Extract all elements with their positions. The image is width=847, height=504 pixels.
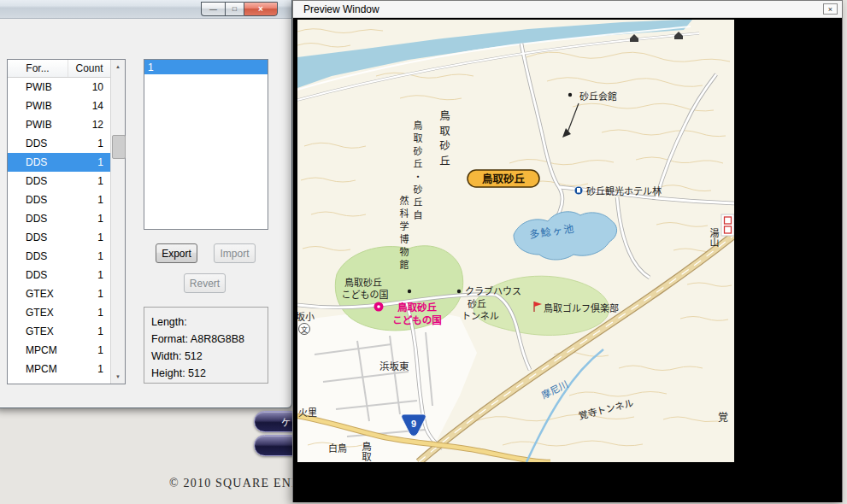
- preview-close-icon: ×: [828, 5, 832, 14]
- close-icon: ×: [258, 4, 263, 14]
- column-header-format[interactable]: For...: [8, 60, 68, 77]
- row-format: PWIB: [8, 81, 68, 93]
- table-row[interactable]: DDS1: [8, 134, 110, 153]
- map-label-tottori: 鳥取: [361, 441, 372, 462]
- scrollbar-thumb[interactable]: [112, 135, 126, 159]
- row-format: PWIB: [8, 119, 68, 131]
- map-image: 文 鳥取砂丘 9 鳥取砂丘 砂丘会: [297, 20, 734, 462]
- poi-dot-dune-hall: [568, 93, 572, 97]
- texture-tool-window: — □ × For... Count PWIB10 PWIB14 PWIB12 …: [0, 0, 292, 408]
- dune-badge: 鳥取砂丘: [468, 170, 539, 187]
- table-row[interactable]: PWIB12: [8, 115, 110, 134]
- preview-title: Preview Window: [303, 3, 379, 15]
- row-count: 10: [68, 81, 110, 93]
- table-row[interactable]: MPCM1: [8, 341, 110, 360]
- table-header: For... Count: [8, 60, 110, 78]
- map-label-kodomo-1: 鳥取砂丘: [344, 277, 382, 288]
- format-count-table: For... Count PWIB10 PWIB14 PWIB12 DDS1 D…: [7, 59, 126, 384]
- info-length: Length:: [151, 314, 268, 331]
- value-listbox[interactable]: 1: [144, 59, 268, 230]
- map-label-kodomo-pink-1: 鳥取砂丘: [397, 302, 437, 313]
- list-item-selected[interactable]: 1: [144, 60, 268, 74]
- row-format: DDS: [8, 175, 68, 187]
- scroll-down-icon[interactable]: ▼: [111, 370, 125, 384]
- row-count: 1: [68, 269, 110, 281]
- table-row[interactable]: MPCM1: [8, 360, 110, 378]
- table-row[interactable]: GTEX1: [8, 284, 110, 303]
- row-count: 1: [68, 363, 110, 375]
- map-label-kodomo-2: こどもの国: [342, 290, 389, 300]
- preview-title-bar[interactable]: Preview Window ×: [293, 1, 842, 18]
- table-row[interactable]: PWIB10: [8, 78, 110, 97]
- revert-button[interactable]: Revert: [184, 273, 226, 293]
- preview-close-button[interactable]: ×: [823, 3, 838, 15]
- hotel-icon: [574, 186, 583, 195]
- import-button[interactable]: Import: [214, 243, 256, 263]
- row-count: 1: [68, 175, 110, 187]
- row-count: 1: [68, 194, 110, 206]
- table-row[interactable]: DDS1: [8, 172, 110, 190]
- table-row[interactable]: DDS1: [8, 190, 110, 209]
- copyright-text: © 2010 SQUARE ENI: [169, 477, 297, 490]
- school-symbol: 文: [301, 325, 308, 334]
- kodomo-park-icon: [374, 302, 384, 312]
- row-count: 1: [68, 213, 110, 225]
- row-count: 1: [68, 250, 110, 262]
- poi-dot-museum: [408, 290, 411, 293]
- map-label-hamasaka-elementary: 坂小: [297, 312, 315, 322]
- table-row[interactable]: DDS1: [8, 209, 110, 228]
- table-row-selected[interactable]: DDS1: [8, 153, 110, 172]
- maximize-button[interactable]: □: [225, 2, 244, 16]
- row-count: 1: [68, 156, 110, 168]
- row-count: 12: [68, 119, 110, 131]
- map-label-hizato: 火里: [298, 407, 317, 418]
- map-label-kaku: 覚: [718, 412, 728, 424]
- row-format: DDS: [8, 194, 68, 206]
- minimize-button[interactable]: —: [201, 2, 225, 16]
- table-row[interactable]: PWIB14: [8, 97, 110, 115]
- table-row[interactable]: GTEX1: [8, 322, 110, 341]
- row-format: DDS: [8, 269, 68, 281]
- column-header-count[interactable]: Count: [68, 60, 110, 77]
- map-label-yuyama: 湯山: [709, 228, 720, 247]
- row-count: 1: [68, 288, 110, 300]
- row-format: DDS: [8, 138, 68, 149]
- map-label-dune-hall: 砂丘会館: [579, 91, 617, 102]
- map-label-hotel: 砂丘観光ホテル林: [586, 185, 662, 196]
- preview-window: Preview Window ×: [292, 0, 843, 502]
- row-count: 1: [68, 231, 110, 243]
- preview-canvas: 文 鳥取砂丘 9 鳥取砂丘 砂丘会: [293, 18, 842, 502]
- map-label-museum-1: 鳥取砂丘・砂丘自: [412, 120, 423, 223]
- row-format: DDS: [8, 213, 68, 225]
- poi-dot-clubhouse: [457, 290, 461, 293]
- export-button[interactable]: Export: [156, 243, 197, 263]
- info-format: Format: A8R8G8B8: [151, 331, 268, 348]
- row-format: GTEX: [8, 325, 68, 337]
- map-label-hakucho: 白鳥: [328, 442, 347, 454]
- row-count: 1: [68, 138, 110, 149]
- map-label-dune-badge: 鳥取砂丘: [482, 173, 526, 185]
- map-label-tunnel-1: 砂丘: [468, 299, 486, 309]
- map-label-kodomo-pink-2: こどもの国: [392, 314, 442, 325]
- info-width: Width: 512: [151, 348, 268, 365]
- row-format: DDS: [8, 231, 68, 243]
- table-row[interactable]: DDS1: [8, 228, 110, 247]
- map-label-clubhouse: クラブハウス: [465, 285, 521, 296]
- map-label-sand-dunes: 鳥取砂丘: [438, 109, 450, 170]
- table-row[interactable]: GTEX1: [8, 303, 110, 322]
- map-label-golf-club: 鳥取ゴルフ倶楽部: [544, 302, 619, 314]
- row-format: PWIB: [8, 100, 68, 112]
- table-scrollbar[interactable]: ▲ ▼: [110, 60, 125, 384]
- map-label-museum-2: 然科学博物館: [398, 195, 409, 273]
- scroll-up-icon[interactable]: ▲: [111, 60, 125, 73]
- row-format: GTEX: [8, 307, 68, 319]
- maximize-icon: □: [232, 5, 237, 13]
- row-format: DDS: [8, 250, 68, 262]
- row-format: MPCM: [8, 344, 68, 356]
- table-row[interactable]: DDS1: [8, 266, 110, 284]
- table-row[interactable]: DDS1: [8, 247, 110, 266]
- map-label-tunnel-2: トンネル: [462, 311, 499, 321]
- close-button[interactable]: ×: [244, 2, 278, 16]
- row-count: 1: [68, 307, 110, 319]
- window-controls: — □ ×: [201, 2, 278, 16]
